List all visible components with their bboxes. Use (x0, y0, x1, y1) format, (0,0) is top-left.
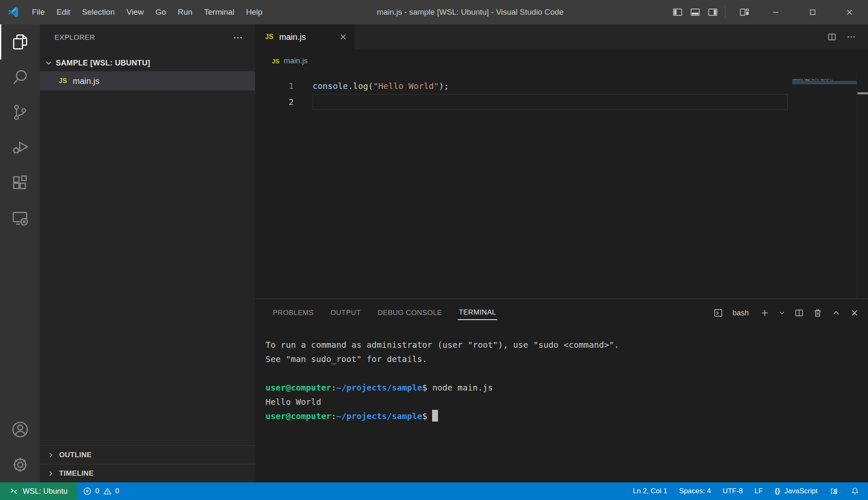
folder-section-header[interactable]: SAMPLE [WSL: UBUNTU] (40, 55, 255, 71)
panel-header: PROBLEMS OUTPUT DEBUG CONSOLE TERMINAL b… (255, 299, 868, 327)
indentation-status[interactable]: Spaces: 4 (673, 482, 717, 500)
timeline-section-header[interactable]: TIMELINE (40, 464, 255, 482)
accounts-icon[interactable] (0, 412, 40, 447)
explorer-more-actions-icon[interactable] (232, 32, 243, 43)
braces-icon: {} (774, 487, 780, 495)
toggle-sidebar-icon[interactable] (672, 7, 683, 18)
errors-icon (83, 487, 92, 496)
timeline-section-label: TIMELINE (59, 469, 94, 478)
menu-help[interactable]: Help (240, 4, 268, 20)
kill-terminal-trash-icon[interactable] (813, 308, 823, 318)
js-file-icon: JS (272, 57, 279, 65)
problems-status[interactable]: 0 0 (77, 482, 125, 500)
js-file-icon: JS (265, 33, 274, 41)
folder-section-label: SAMPLE [WSL: UBUNTU] (56, 59, 150, 68)
search-icon[interactable] (0, 60, 40, 95)
minimap-slider[interactable] (792, 81, 857, 84)
status-bar: WSL: Ubuntu 0 0 Ln 2, Col 1 Spaces: 4 UT… (0, 482, 868, 500)
menu-selection[interactable]: Selection (76, 4, 120, 20)
notifications-status[interactable] (845, 482, 868, 500)
shell-name-label[interactable]: bash (732, 309, 749, 318)
code-line-2[interactable]: 2 (255, 94, 792, 110)
warning-count: 0 (115, 487, 119, 495)
chevron-right-icon (47, 451, 55, 459)
bottom-panel: PROBLEMS OUTPUT DEBUG CONSOLE TERMINAL b… (255, 299, 868, 482)
encoding-status[interactable]: UTF-8 (717, 482, 748, 500)
cursor-position-status[interactable]: Ln 2, Col 1 (627, 482, 673, 500)
activity-bar-spacer (0, 236, 40, 412)
language-status[interactable]: {} JavaScript (769, 482, 824, 500)
remote-label: WSL: Ubuntu (23, 487, 68, 496)
menu-view[interactable]: View (121, 4, 150, 20)
tab-terminal[interactable]: TERMINAL (458, 306, 497, 320)
feedback-status[interactable] (824, 482, 845, 500)
window-title: main.js - sample [WSL: Ubuntu] - Visual … (268, 8, 673, 17)
error-count: 0 (95, 487, 99, 495)
maximize-panel-icon[interactable] (831, 308, 841, 318)
menu-go[interactable]: Go (149, 4, 172, 20)
more-actions-icon[interactable] (846, 32, 856, 42)
title-bar-separator (725, 7, 725, 18)
terminal-prompt-line: user@computer:~/projects/sample$ node ma… (266, 380, 868, 395)
source-control-icon[interactable] (0, 95, 40, 130)
explorer-icon[interactable] (0, 24, 40, 60)
minimize-button[interactable] (757, 0, 794, 24)
new-terminal-icon[interactable] (760, 308, 770, 318)
active-line-number: 2 (255, 97, 294, 107)
remote-explorer-icon[interactable] (0, 201, 40, 236)
editor-actions (827, 24, 868, 49)
menu-file[interactable]: File (26, 4, 51, 20)
minimap-code-line: console.log("Hello World"); (792, 78, 857, 81)
run-and-debug-icon[interactable] (0, 130, 40, 165)
tab-problems[interactable]: PROBLEMS (272, 306, 315, 320)
eol-status[interactable]: LF (749, 482, 769, 500)
close-panel-icon[interactable] (850, 308, 860, 318)
outline-section-header[interactable]: OUTLINE (40, 445, 255, 464)
close-tab-icon[interactable] (339, 32, 348, 42)
customize-layout-icon[interactable] (739, 7, 750, 18)
menu-bar: File Edit Selection View Go Run Terminal… (26, 4, 268, 20)
toggle-secondary-sidebar-icon[interactable] (707, 7, 718, 18)
vscode-logo-icon (7, 6, 19, 18)
terminal-line: See "man sudo_root" for details. (266, 352, 868, 366)
maximize-button[interactable] (794, 0, 831, 24)
activity-bar (0, 24, 40, 482)
js-file-icon: JS (59, 77, 67, 85)
minimap[interactable]: console.log("Hello World"); (792, 78, 857, 299)
tab-debug-console[interactable]: DEBUG CONSOLE (377, 306, 443, 320)
ruler-cursor-marker (858, 92, 868, 94)
bell-icon (850, 487, 860, 496)
remote-indicator[interactable]: WSL: Ubuntu (0, 482, 77, 500)
terminal-output[interactable]: To run a command as administrator (user … (255, 327, 868, 482)
remote-icon (9, 487, 18, 496)
code-line-1[interactable]: 1 console.log("Hello World"); (255, 78, 792, 94)
close-window-button[interactable] (831, 0, 868, 24)
toggle-panel-icon[interactable] (690, 7, 701, 18)
tab-bar-empty (354, 24, 827, 49)
title-bar-controls (672, 0, 868, 24)
vscode-window: File Edit Selection View Go Run Terminal… (0, 0, 868, 500)
menu-edit[interactable]: Edit (51, 4, 76, 20)
status-bar-right: Ln 2, Col 1 Spaces: 4 UTF-8 LF {} JavaSc… (627, 482, 868, 500)
code-editor[interactable]: 1 console.log("Hello World"); 2 console.… (255, 72, 868, 299)
menu-terminal[interactable]: Terminal (198, 4, 240, 20)
feedback-icon (829, 487, 839, 496)
split-editor-icon[interactable] (827, 32, 837, 42)
tab-output[interactable]: OUTPUT (330, 306, 362, 320)
code-text: console.log("Hello World"); (313, 81, 449, 91)
launch-profile-chevron-icon[interactable] (778, 309, 786, 317)
tab-mainjs[interactable]: JS main.js (255, 24, 354, 49)
line-number: 1 (255, 81, 294, 91)
layout-controls (672, 7, 750, 18)
panel-tabs: PROBLEMS OUTPUT DEBUG CONSOLE TERMINAL (272, 306, 713, 320)
split-terminal-icon[interactable] (794, 308, 804, 318)
file-item-mainjs[interactable]: JS main.js (40, 71, 255, 91)
extensions-icon[interactable] (0, 165, 40, 201)
menu-run[interactable]: Run (172, 4, 198, 20)
tab-label: main.js (279, 32, 306, 42)
breadcrumb[interactable]: JS main.js (255, 49, 868, 72)
tab-bar: JS main.js (255, 24, 868, 49)
file-item-label: main.js (73, 76, 99, 86)
overview-ruler (857, 72, 868, 299)
settings-gear-icon[interactable] (0, 447, 40, 482)
